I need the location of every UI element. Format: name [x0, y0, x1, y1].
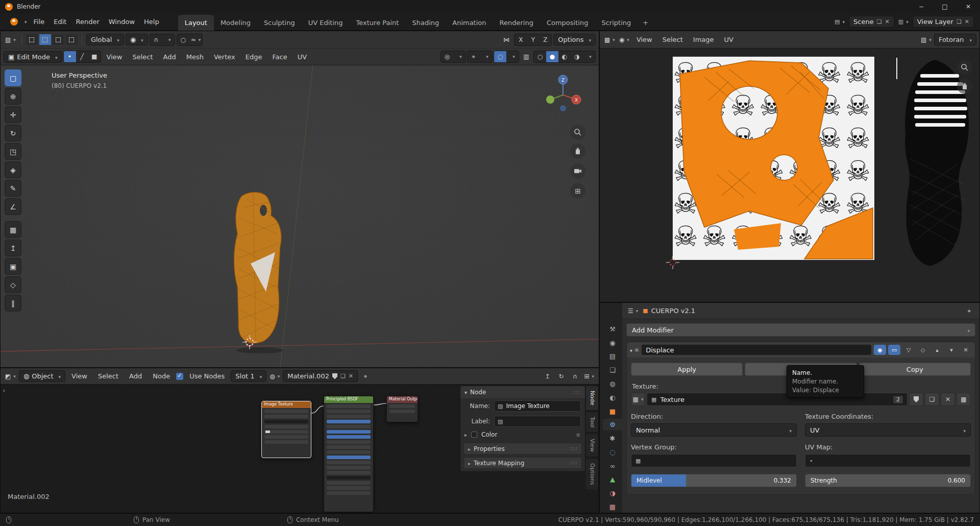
tab-texture-properties[interactable]: [603, 501, 622, 513]
unlink-scene-icon[interactable]: ✕: [885, 18, 890, 25]
sidebar-tab-view[interactable]: View: [586, 434, 599, 457]
select-mode-circle[interactable]: [53, 34, 64, 45]
tool-extrude-button[interactable]: [5, 240, 21, 256]
shader-snap-icon[interactable]: ∩: [569, 371, 581, 382]
color-row[interactable]: Color ≣: [460, 429, 585, 440]
browse-view-layer-icon[interactable]: ▥: [898, 18, 909, 25]
ortho-toggle-button[interactable]: ⊞: [570, 183, 585, 199]
tab-particle-properties[interactable]: [603, 433, 622, 444]
cage-toggle[interactable]: ◇: [917, 345, 929, 355]
view-layer-selector[interactable]: View Layer ❏ ✕: [913, 16, 974, 28]
remove-view-layer-icon[interactable]: ✕: [965, 18, 969, 25]
menu-help[interactable]: Help: [139, 16, 164, 28]
maximize-button[interactable]: □: [933, 0, 957, 13]
tab-scene-properties[interactable]: [603, 378, 622, 390]
node-material-output[interactable]: Material Output: [386, 396, 418, 422]
eye-icon[interactable]: ◎: [441, 51, 453, 62]
tool-scale-button[interactable]: [5, 143, 21, 160]
image-canvas[interactable]: ☠☠☠☠☠☠☠☠☠☠☠☠☠☠☠☠☠☠☠☠☠☠☠☠☠☠☠☠☠☠☠☠☠☠☠☠☠☠☠☠…: [600, 49, 979, 302]
expand-icon[interactable]: [630, 346, 632, 354]
snap-settings-dropdown[interactable]: [162, 34, 175, 45]
strength-slider[interactable]: Strength 0.600: [805, 474, 971, 487]
tab-physics-properties[interactable]: [603, 446, 622, 458]
sidebar-tab-node[interactable]: Node: [586, 386, 599, 411]
workspace-tab-sculpting[interactable]: Sculpting: [257, 15, 302, 31]
shading-dropdown[interactable]: [583, 51, 595, 62]
tab-world-properties[interactable]: [603, 392, 622, 403]
tab-output-properties[interactable]: [603, 351, 622, 363]
tool-loop-cut-button[interactable]: [5, 295, 21, 312]
node-name-input[interactable]: ▨ Image Texture: [494, 400, 581, 412]
move-up-button[interactable]: ▴: [931, 345, 943, 355]
new-texture-button[interactable]: ❏: [925, 393, 939, 406]
vertex-select-icon[interactable]: •: [64, 51, 76, 62]
viewport-menu-edge[interactable]: Edge: [241, 51, 267, 63]
modifier-name-input[interactable]: Displace: [641, 344, 872, 355]
overlays-dropdown[interactable]: [506, 51, 519, 62]
workspace-tab-scripting[interactable]: Scripting: [595, 15, 638, 31]
node-image-texture[interactable]: Image Texture: [261, 401, 311, 458]
workspace-tab-compositing[interactable]: Compositing: [540, 15, 595, 31]
image-pan-button[interactable]: [957, 79, 972, 94]
mirror-y-toggle[interactable]: Y: [527, 34, 539, 45]
unlink-texture-button[interactable]: ✕: [941, 393, 955, 406]
select-mode-lasso[interactable]: [66, 34, 78, 45]
parent-node-tree-icon[interactable]: ↥: [541, 371, 553, 382]
workspace-tab-modeling[interactable]: Modeling: [214, 15, 257, 31]
minimize-button[interactable]: −: [910, 0, 933, 13]
color-checkbox[interactable]: [471, 432, 477, 438]
sidebar-tab-options[interactable]: Options: [586, 458, 599, 490]
section-texture-mapping[interactable]: Texture Mapping ∷∷: [463, 457, 582, 469]
pin-id-icon[interactable]: ⌖: [963, 305, 975, 317]
tool-move-button[interactable]: [5, 106, 21, 123]
add-modifier-dropdown[interactable]: Add Modifier: [626, 323, 975, 337]
xray-toggle-icon[interactable]: ▥: [520, 51, 532, 62]
shader-snap-dropdown[interactable]: ⊞: [582, 371, 596, 382]
image-editor-type-icon[interactable]: ▩: [603, 34, 617, 45]
mode-dropdown[interactable]: ▣ Edit Mode: [4, 51, 62, 63]
tool-transform-button[interactable]: [5, 161, 21, 178]
viewport-menu-face[interactable]: Face: [267, 51, 291, 63]
new-scene-icon[interactable]: ❏: [877, 18, 882, 25]
node-label-input[interactable]: ▨: [494, 416, 581, 427]
section-properties[interactable]: Properties ∷∷: [463, 443, 582, 455]
add-workspace-button[interactable]: +: [638, 15, 653, 31]
shader-type-dropdown[interactable]: ◍ Object: [19, 370, 65, 382]
viewport-menu-vertex[interactable]: Vertex: [209, 51, 240, 63]
mirror-x-toggle[interactable]: X: [514, 34, 527, 45]
gizmo-minus-z-axis[interactable]: [560, 105, 566, 111]
tool-bevel-button[interactable]: [5, 276, 21, 293]
overlays-icon[interactable]: ◌: [494, 51, 506, 62]
viewport-menu-mesh[interactable]: Mesh: [182, 51, 208, 63]
shading-wireframe-icon[interactable]: ○: [534, 51, 546, 62]
move-down-button[interactable]: ▾: [945, 345, 958, 355]
vertex-group-field[interactable]: ▦: [631, 454, 797, 467]
tool-annotate-button[interactable]: [5, 180, 21, 197]
node-principled-bsdf[interactable]: Principled BSDF: [324, 396, 374, 512]
edge-select-icon[interactable]: ╱: [76, 51, 88, 62]
delete-modifier-button[interactable]: ✕: [960, 345, 972, 355]
tab-constraint-properties[interactable]: [603, 460, 622, 472]
image-menu-view[interactable]: View: [632, 34, 657, 45]
scene-selector[interactable]: Scene ❏ ✕: [849, 16, 894, 28]
direction-dropdown[interactable]: Normal: [631, 423, 797, 437]
menu-edit[interactable]: Edit: [49, 16, 71, 28]
slot-dropdown[interactable]: Slot 1: [231, 370, 266, 382]
viewport-canvas[interactable]: User Perspective (80) CUERPO v2.1: [1, 65, 599, 367]
fake-user-shield-icon[interactable]: [332, 373, 337, 379]
proportional-falloff-dropdown[interactable]: ≈: [189, 34, 203, 45]
tab-material-properties[interactable]: [603, 487, 622, 499]
options-dropdown[interactable]: Options: [553, 34, 596, 45]
material-name-field[interactable]: Material.002 ❏ ✕: [283, 370, 358, 382]
shader-menu-add[interactable]: Add: [125, 370, 146, 382]
shading-solid-icon[interactable]: ●: [546, 51, 558, 62]
shader-menu-node[interactable]: Node: [148, 370, 175, 382]
close-button[interactable]: ✕: [957, 0, 980, 13]
new-view-layer-icon[interactable]: ❏: [957, 18, 962, 25]
new-material-icon[interactable]: ❏: [340, 373, 346, 379]
apply-button[interactable]: Apply: [631, 363, 743, 376]
tab-tool-properties[interactable]: [603, 323, 622, 335]
show-texture-in-texture-tab-button[interactable]: ▩: [957, 393, 971, 406]
pan-view-button[interactable]: [570, 144, 585, 159]
mirror-z-toggle[interactable]: Z: [539, 34, 551, 45]
